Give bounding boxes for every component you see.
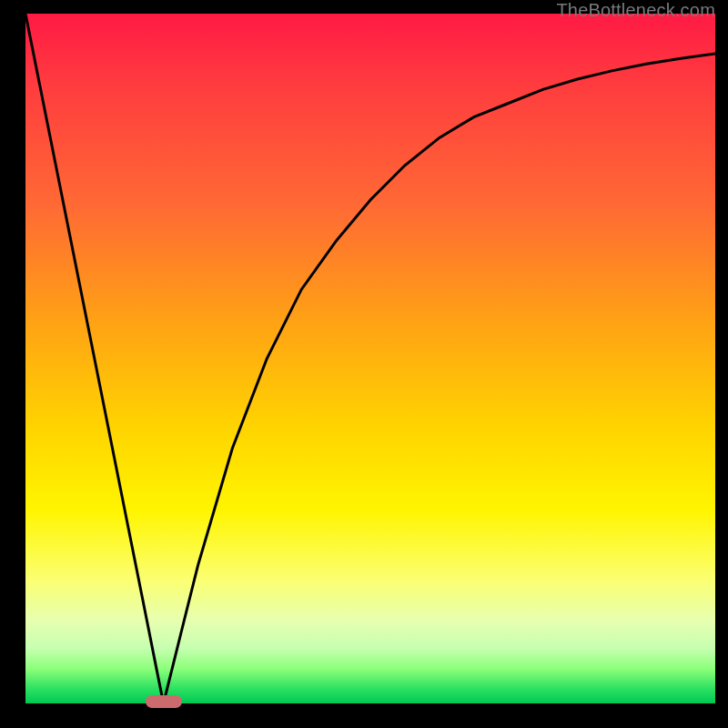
plot-area bbox=[25, 14, 715, 703]
bottleneck-curve bbox=[25, 14, 715, 703]
optimal-marker bbox=[146, 695, 182, 708]
chart-frame: TheBottleneck.com bbox=[0, 0, 728, 728]
watermark-text: TheBottleneck.com bbox=[556, 0, 715, 21]
